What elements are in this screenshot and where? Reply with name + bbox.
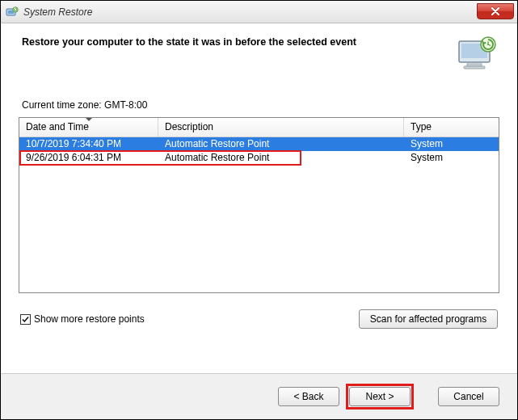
table-row[interactable]: 9/26/2019 6:04:31 PMAutomatic Restore Po… (19, 151, 499, 165)
next-button[interactable]: Next > (349, 387, 411, 406)
column-header-datetime[interactable]: Date and Time (19, 118, 158, 136)
timezone-value: GMT-8:00 (104, 99, 147, 111)
cancel-button[interactable]: Cancel (438, 387, 499, 406)
close-icon (491, 7, 500, 15)
back-button[interactable]: < Back (278, 387, 339, 406)
cell-datetime: 9/26/2019 6:04:31 PM (19, 151, 158, 165)
restore-monitor-icon (456, 35, 499, 74)
below-table-row: Show more restore points Scan for affect… (20, 309, 498, 329)
checkbox-box (20, 314, 31, 325)
cell-datetime: 10/7/2019 7:34:40 PM (19, 137, 158, 151)
wizard-body: Restore your computer to the state it wa… (1, 23, 517, 419)
column-header-datetime-label: Date and Time (26, 121, 89, 132)
table-row-highlight-wrap: 9/26/2019 6:04:31 PMAutomatic Restore Po… (19, 151, 499, 165)
scan-affected-button[interactable]: Scan for affected programs (359, 309, 498, 329)
system-restore-icon (6, 6, 19, 19)
content-panel: Current time zone: GMT-8:00 Date and Tim… (19, 80, 499, 373)
restore-points-table: Date and Time Description Type 10/7/2019… (19, 117, 499, 293)
next-button-highlight: Next > (346, 384, 414, 410)
cell-description: Automatic Restore Point (158, 151, 404, 165)
svg-rect-6 (464, 66, 485, 69)
show-more-checkbox[interactable]: Show more restore points (20, 313, 145, 325)
table-body: 10/7/2019 7:34:40 PMAutomatic Restore Po… (19, 137, 499, 165)
timezone-label: Current time zone: GMT-8:00 (22, 99, 496, 111)
sort-indicator-icon (85, 117, 93, 121)
show-more-label: Show more restore points (34, 313, 145, 325)
column-header-type[interactable]: Type (404, 118, 499, 136)
title-bar: System Restore (1, 1, 517, 23)
checkmark-icon (21, 315, 30, 324)
page-heading: Restore your computer to the state it wa… (22, 35, 356, 48)
timezone-prefix: Current time zone: (22, 99, 104, 111)
window-title: System Restore (23, 6, 92, 18)
column-header-description[interactable]: Description (158, 118, 404, 136)
wizard-footer: < Back Next > Cancel (1, 373, 517, 419)
close-button[interactable] (477, 3, 514, 19)
header-area: Restore your computer to the state it wa… (1, 23, 517, 80)
table-header: Date and Time Description Type (19, 118, 499, 137)
cell-type: System (404, 137, 499, 151)
cell-description: Automatic Restore Point (158, 137, 404, 151)
table-row[interactable]: 10/7/2019 7:34:40 PMAutomatic Restore Po… (19, 137, 499, 151)
cell-type: System (404, 151, 499, 165)
